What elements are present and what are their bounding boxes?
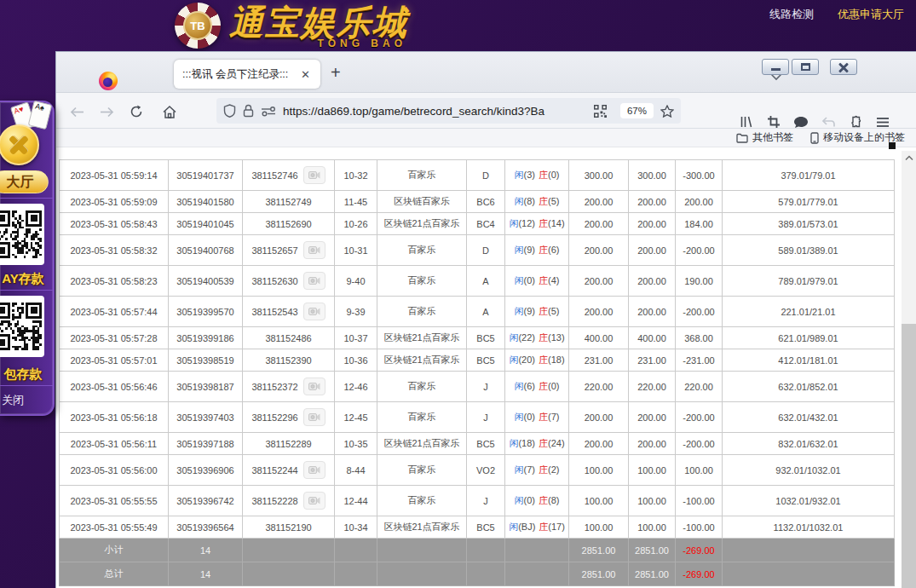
vertical-scrollbar[interactable]	[902, 151, 916, 588]
browser-tab[interactable]: :::视讯 会员下注纪录::: ✕	[174, 60, 320, 89]
table-seat-cell: 10-37	[335, 327, 377, 349]
bet-time-cell: 2023-05-31 05:55:49	[60, 516, 169, 539]
video-replay-button[interactable]	[303, 272, 325, 290]
bet-time-cell: 2023-05-31 05:56:18	[60, 402, 169, 433]
url-text: https://da869.top/game/betrecord_search/…	[283, 105, 594, 118]
page: { "site": { "logo": { "chip": "TB", "tit…	[0, 0, 916, 588]
gold-coin-icon	[0, 124, 39, 165]
video-replay-button[interactable]	[303, 378, 325, 395]
qr-code-icon[interactable]	[594, 105, 607, 118]
url-bar[interactable]: https://da869.top/game/betrecord_search/…	[216, 98, 681, 124]
round-id-cell: 381152390	[243, 349, 335, 372]
home-button[interactable]	[161, 103, 178, 120]
bet-time-cell: 2023-05-31 05:58:32	[60, 235, 169, 266]
alipay-deposit-qr-code[interactable]	[0, 204, 44, 265]
site-title: 通宝娱乐城	[229, 3, 408, 42]
redpacket-deposit-qr-code[interactable]	[0, 296, 44, 357]
undo-icon[interactable]	[820, 113, 837, 130]
video-replay-button[interactable]	[303, 241, 325, 259]
member-id-cell: 30519399186	[169, 327, 243, 349]
bookmarks-bar: 其他书签 移动设备上的书签	[56, 129, 916, 147]
result-code-cell: J	[467, 486, 505, 516]
table-seat-cell: 8-44	[335, 455, 377, 486]
game-name-cell: 百家乐	[377, 402, 467, 433]
video-replay-button[interactable]	[303, 461, 325, 479]
browser-window: :::视讯 会员下注纪录::: ✕ +	[55, 51, 916, 588]
bet-amount-cell: 220.00	[569, 372, 629, 402]
extensions-puzzle-icon[interactable]	[847, 113, 864, 130]
summary-valid-cell: 2851.00	[629, 562, 676, 586]
chat-icon[interactable]	[792, 113, 809, 130]
player-banker-cell: 闲(20)庄(18)	[505, 349, 569, 372]
winloss-cell: -100.00	[676, 516, 723, 539]
summary-bet-cell: 2851.00	[569, 539, 629, 562]
forward-button[interactable]	[98, 103, 115, 120]
window-maximize-button[interactable]	[792, 59, 819, 75]
other-bookmarks-item[interactable]: 其他书签	[736, 130, 793, 145]
winloss-cell: -200.00	[676, 402, 723, 433]
zoom-level-badge[interactable]: 67%	[620, 103, 654, 118]
folder-icon	[736, 133, 748, 143]
valid-amount-cell: 220.00	[629, 372, 676, 402]
scroll-up-arrow-icon[interactable]	[902, 151, 916, 164]
sidebar-deposit1-section: AY存款	[0, 199, 53, 291]
library-icon[interactable]	[738, 113, 755, 130]
video-replay-button[interactable]	[303, 166, 325, 184]
promo-hall-link[interactable]: 优惠申请大厅	[838, 7, 904, 22]
summary-label-cell: 小计	[60, 539, 169, 562]
redpacket-deposit-label: 包存款	[0, 366, 53, 383]
alipay-deposit-label: AY存款	[0, 271, 53, 287]
table-row: 2023-05-31 05:57:44305193995703811525439…	[60, 297, 895, 327]
game-name-cell: 百家乐	[377, 455, 467, 486]
window-close-button[interactable]	[830, 59, 857, 75]
toolbar-icons	[738, 113, 891, 130]
lock-icon[interactable]	[243, 104, 254, 118]
member-id-cell: 30519397188	[169, 433, 243, 455]
round-id-cell: 381152630	[243, 266, 335, 297]
scrollbar-thumb[interactable]	[902, 324, 916, 588]
table-row: 2023-05-31 05:59:14305194017373811527461…	[60, 160, 895, 191]
video-replay-button[interactable]	[303, 492, 325, 510]
video-replay-button[interactable]	[303, 408, 325, 426]
shield-icon[interactable]	[223, 104, 236, 118]
menu-hamburger-icon[interactable]	[874, 113, 891, 130]
result-code-cell: BC5	[467, 349, 505, 372]
firefox-icon[interactable]	[99, 72, 118, 90]
balance-cell: 412.01/181.01	[723, 349, 895, 372]
window-minimize-button[interactable]	[762, 59, 789, 75]
bet-amount-cell: 100.00	[569, 455, 629, 486]
new-tab-button[interactable]: +	[331, 63, 341, 83]
valid-amount-cell: 200.00	[629, 402, 676, 433]
result-code-cell: BC5	[467, 516, 505, 539]
player-banker-cell: 闲(3)庄(0)	[505, 160, 569, 191]
valid-amount-cell: 200.00	[629, 235, 676, 266]
player-banker-cell: 闲(18)庄(24)	[505, 433, 569, 455]
video-replay-button[interactable]	[303, 303, 325, 320]
empty-cell	[505, 539, 569, 562]
reload-button[interactable]	[128, 103, 145, 120]
line-check-link[interactable]: 线路检测	[769, 7, 814, 22]
summary-winloss-cell: -269.00	[676, 539, 723, 562]
back-button[interactable]	[68, 103, 85, 120]
screenshot-icon[interactable]	[765, 113, 782, 130]
bet-amount-cell: 100.00	[569, 486, 629, 516]
phone-icon	[810, 132, 819, 144]
summary-valid-cell: 2851.00	[629, 539, 676, 562]
bet-amount-cell: 200.00	[569, 266, 629, 297]
player-banker-cell: 闲(8)庄(5)	[505, 191, 569, 213]
sidebar-close-button[interactable]: 关闭	[2, 393, 24, 408]
game-name-cell: 百家乐	[377, 486, 467, 516]
hall-button[interactable]: 大厅	[0, 170, 49, 193]
bet-table-body: 2023-05-31 05:59:14305194017373811527461…	[60, 160, 895, 586]
result-code-cell: D	[467, 235, 505, 266]
result-code-cell: J	[467, 372, 505, 402]
member-id-cell: 30519396564	[169, 516, 243, 539]
empty-cell	[335, 539, 377, 562]
bookmark-star-icon[interactable]	[660, 105, 674, 118]
bet-time-cell: 2023-05-31 05:57:01	[60, 349, 169, 372]
empty-cell	[243, 539, 335, 562]
tab-close-icon[interactable]: ✕	[299, 68, 312, 81]
chip-monogram: TB	[183, 11, 212, 40]
bet-amount-cell: 200.00	[569, 297, 629, 327]
permissions-icon[interactable]	[261, 106, 276, 117]
